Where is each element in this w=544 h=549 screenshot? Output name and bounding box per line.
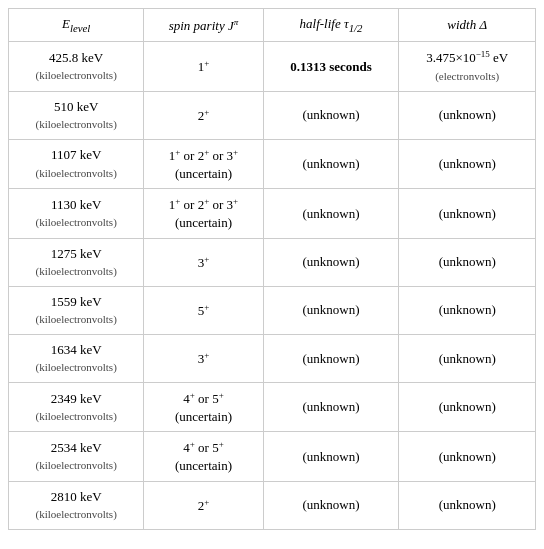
energy-cell: 425.8 keV(kiloelectronvolts) xyxy=(9,42,144,91)
energy-cell: 1634 keV(kiloelectronvolts) xyxy=(9,334,144,382)
width-cell: 3.475×10−15 eV(electronvolts) xyxy=(399,42,536,91)
half-life-cell: (unknown) xyxy=(263,432,399,481)
table-row: 1107 keV(kiloelectronvolts)1+ or 2+ or 3… xyxy=(9,139,536,188)
energy-cell: 2349 keV(kiloelectronvolts) xyxy=(9,382,144,431)
table-row: 1130 keV(kiloelectronvolts)1+ or 2+ or 3… xyxy=(9,189,536,238)
energy-cell: 2810 keV(kiloelectronvolts) xyxy=(9,481,144,529)
half-life-cell: (unknown) xyxy=(263,189,399,238)
width-cell: (unknown) xyxy=(399,334,536,382)
spin-cell: 1+ xyxy=(144,42,263,91)
half-life-cell: (unknown) xyxy=(263,286,399,334)
width-cell: (unknown) xyxy=(399,91,536,139)
spin-cell: 5+ xyxy=(144,286,263,334)
energy-cell: 1275 keV(kiloelectronvolts) xyxy=(9,238,144,286)
table-row: 2810 keV(kiloelectronvolts)2+(unknown)(u… xyxy=(9,481,536,529)
width-cell: (unknown) xyxy=(399,238,536,286)
width-cell: (unknown) xyxy=(399,481,536,529)
spin-cell: 3+ xyxy=(144,334,263,382)
table-row: 510 keV(kiloelectronvolts)2+(unknown)(un… xyxy=(9,91,536,139)
energy-cell: 1107 keV(kiloelectronvolts) xyxy=(9,139,144,188)
nuclear-levels-table: Elevel spin parity Jπ half-life τ1/2 wid… xyxy=(8,8,536,530)
header-spin-parity: spin parity Jπ xyxy=(144,9,263,42)
energy-cell: 510 keV(kiloelectronvolts) xyxy=(9,91,144,139)
width-cell: (unknown) xyxy=(399,382,536,431)
table-row: 2349 keV(kiloelectronvolts)4+ or 5+(unce… xyxy=(9,382,536,431)
width-cell: (unknown) xyxy=(399,189,536,238)
spin-cell: 2+ xyxy=(144,91,263,139)
half-life-cell: (unknown) xyxy=(263,238,399,286)
spin-cell: 4+ or 5+(uncertain) xyxy=(144,382,263,431)
energy-cell: 1559 keV(kiloelectronvolts) xyxy=(9,286,144,334)
spin-cell: 2+ xyxy=(144,481,263,529)
half-life-cell: (unknown) xyxy=(263,382,399,431)
half-life-cell: (unknown) xyxy=(263,91,399,139)
spin-cell: 3+ xyxy=(144,238,263,286)
width-cell: (unknown) xyxy=(399,286,536,334)
width-cell: (unknown) xyxy=(399,432,536,481)
header-width: width Δ xyxy=(399,9,536,42)
half-life-cell: (unknown) xyxy=(263,139,399,188)
spin-cell: 4+ or 5+(uncertain) xyxy=(144,432,263,481)
half-life-cell: (unknown) xyxy=(263,481,399,529)
table-row: 2534 keV(kiloelectronvolts)4+ or 5+(unce… xyxy=(9,432,536,481)
energy-cell: 2534 keV(kiloelectronvolts) xyxy=(9,432,144,481)
width-cell: (unknown) xyxy=(399,139,536,188)
table-row: 1559 keV(kiloelectronvolts)5+(unknown)(u… xyxy=(9,286,536,334)
half-life-cell: 0.1313 seconds xyxy=(263,42,399,91)
spin-cell: 1+ or 2+ or 3+(uncertain) xyxy=(144,189,263,238)
energy-cell: 1130 keV(kiloelectronvolts) xyxy=(9,189,144,238)
table-row: 1275 keV(kiloelectronvolts)3+(unknown)(u… xyxy=(9,238,536,286)
header-energy: Elevel xyxy=(9,9,144,42)
table-row: 1634 keV(kiloelectronvolts)3+(unknown)(u… xyxy=(9,334,536,382)
spin-cell: 1+ or 2+ or 3+(uncertain) xyxy=(144,139,263,188)
table-row: 425.8 keV(kiloelectronvolts)1+0.1313 sec… xyxy=(9,42,536,91)
header-half-life: half-life τ1/2 xyxy=(263,9,399,42)
half-life-cell: (unknown) xyxy=(263,334,399,382)
